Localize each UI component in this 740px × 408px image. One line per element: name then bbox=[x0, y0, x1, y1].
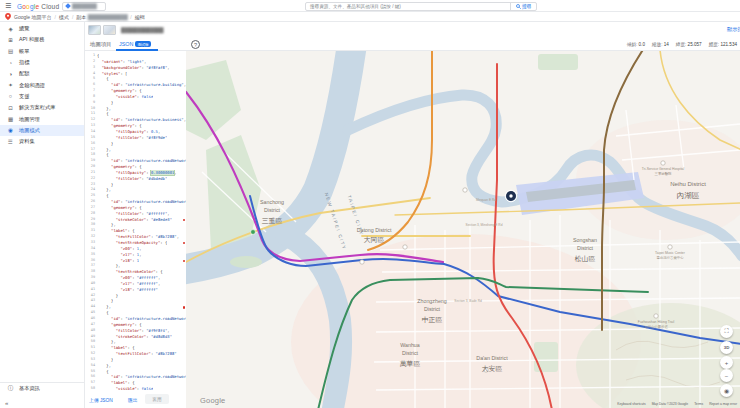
map-attribution: Keyboard shortcuts Map Data ©2023 Google… bbox=[617, 402, 737, 406]
svg-text:Section 3, Bade Rd: Section 3, Bade Rd bbox=[454, 299, 482, 303]
sidebar-item-label: 資料集 bbox=[19, 138, 35, 145]
global-search[interactable]: 搜尋資源、文件、產品和其他項目 (請按 / 鍵) 搜尋 bbox=[305, 2, 537, 11]
solutions-library-icon: ⊡ bbox=[7, 105, 14, 111]
svg-text:Neihu District: Neihu District bbox=[670, 181, 706, 187]
breadcrumb-style-name[interactable]: 副本 █████████████ bbox=[76, 14, 127, 20]
google-maps-logo: Google bbox=[200, 396, 225, 405]
svg-text:Da'an District: Da'an District bbox=[476, 355, 508, 361]
sidebar-item-label: 配額 bbox=[19, 70, 29, 77]
sidebar-item-basic-info[interactable]: ⓘ 基本資訊 bbox=[0, 383, 84, 394]
park bbox=[538, 54, 578, 70]
svg-text:三軍總醫院: 三軍總醫院 bbox=[655, 171, 673, 176]
sidebar-item-support[interactable]: ○支援 bbox=[0, 91, 84, 102]
svg-text:Section 3, Minsheng E Rd: Section 3, Minsheng E Rd bbox=[466, 223, 503, 227]
tab-map-features[interactable]: 地圖項目 bbox=[90, 41, 112, 48]
breadcrumb-maps-platform[interactable]: Google 地圖平台 bbox=[14, 14, 52, 20]
svg-text:Songshan: Songshan bbox=[573, 237, 597, 243]
svg-text:District: District bbox=[402, 350, 419, 356]
beta-badge: 測試版 bbox=[135, 41, 150, 47]
svg-text:萬華區: 萬華區 bbox=[400, 360, 421, 367]
tab-json[interactable]: JSON 測試版 bbox=[119, 41, 151, 47]
search-button[interactable]: 搜尋 bbox=[510, 3, 536, 10]
svg-text:Sanchong: Sanchong bbox=[260, 199, 284, 205]
info-icon: ⓘ bbox=[7, 385, 14, 392]
sidebar-item-label: API 和服務 bbox=[19, 36, 44, 43]
map-styles-icon: ◉ bbox=[7, 127, 14, 133]
svg-text:Wanhua: Wanhua bbox=[400, 342, 420, 348]
sidebar-item-label: 地圖管理 bbox=[19, 116, 40, 123]
datasets-icon: ☰ bbox=[7, 139, 14, 145]
sidebar-item-datasets[interactable]: ☰資料集 bbox=[0, 136, 84, 147]
svg-text:大同區: 大同區 bbox=[364, 236, 385, 243]
error-marker-icon bbox=[183, 306, 185, 308]
svg-text:福州山公園步道: 福州山公園步道 bbox=[644, 325, 668, 329]
sidebar-item-keys-credentials[interactable]: ✦金鑰和憑證 bbox=[0, 79, 84, 90]
error-marker-icon bbox=[183, 219, 185, 221]
collapse-nav-icon[interactable]: « bbox=[5, 400, 8, 406]
style-header: █████████████ bbox=[85, 22, 740, 38]
overview-icon: ◈ bbox=[7, 26, 14, 32]
map-management-icon: ▦ bbox=[7, 116, 14, 122]
sidebar-item-apis-services[interactable]: ⊞API 和服務 bbox=[0, 34, 84, 45]
style-thumbnail bbox=[103, 25, 116, 35]
style-name-redacted: █████████████ bbox=[121, 27, 163, 33]
project-selector[interactable]: ████████ bbox=[62, 2, 106, 11]
sidebar-item-metrics[interactable]: ◔指標 bbox=[0, 57, 84, 68]
terms-link[interactable]: Terms bbox=[694, 402, 703, 406]
search-placeholder: 搜尋資源、文件、產品和其他項目 (請按 / 鍵) bbox=[306, 4, 510, 9]
svg-text:Minquan E Rd: Minquan E Rd bbox=[476, 198, 496, 202]
svg-text:Tri-Service General Hospital: Tri-Service General Hospital bbox=[642, 167, 685, 171]
search-icon bbox=[516, 4, 521, 9]
3d-control[interactable]: 3D bbox=[720, 341, 733, 354]
svg-text:松山區: 松山區 bbox=[575, 255, 596, 262]
project-icon bbox=[65, 3, 71, 9]
breadcrumb-edit: 編輯 bbox=[135, 14, 145, 20]
map-status-readout: 傾斜: 0.0 縮放: 14 緯度: 25.057 經度: 121.534 bbox=[627, 42, 737, 47]
svg-text:三重區: 三重區 bbox=[262, 217, 283, 224]
style-thumbnail bbox=[88, 25, 101, 35]
svg-text:中正區: 中正區 bbox=[422, 316, 443, 323]
map-preview[interactable]: NEW TAIPEI CITY TAIPEI CITY Sanchong Dis… bbox=[186, 50, 740, 408]
selected-feature-marker[interactable] bbox=[505, 190, 517, 202]
sidebar-item-solutions-library[interactable]: ⊡解決方案程式庫 bbox=[0, 102, 84, 113]
help-icon[interactable]: ? bbox=[191, 40, 200, 49]
left-navigation: ◈總覽⊞API 和服務▤帳單◔指標◑配額✦金鑰和憑證○支援⊡解決方案程式庫▦地圖… bbox=[0, 22, 85, 408]
keyboard-shortcuts-link[interactable]: Keyboard shortcuts bbox=[617, 402, 645, 406]
svg-text:District: District bbox=[424, 306, 441, 312]
keys-credentials-icon: ✦ bbox=[7, 82, 14, 88]
compass-control[interactable]: ◉ bbox=[720, 384, 733, 397]
breadcrumb: Google 地圖平台 / 樣式 / 副本 █████████████ / 編輯 bbox=[0, 12, 740, 22]
map-data-credit: Map Data ©2023 Google bbox=[652, 402, 689, 406]
support-icon: ○ bbox=[7, 93, 14, 99]
sidebar-item-label: 帳單 bbox=[19, 48, 29, 55]
sidebar-item-label: 解決方案程式庫 bbox=[19, 104, 55, 111]
error-marker-icon bbox=[183, 260, 185, 262]
report-error-link[interactable]: Report a map error bbox=[709, 402, 737, 406]
zoom-in-control[interactable]: + bbox=[720, 356, 733, 369]
svg-text:臺北流行音樂中心: 臺北流行音樂中心 bbox=[656, 255, 684, 260]
sidebar-item-map-management[interactable]: ▦地圖管理 bbox=[0, 113, 84, 124]
breadcrumb-styles[interactable]: 樣式 bbox=[59, 14, 69, 20]
svg-text:District: District bbox=[577, 245, 594, 251]
apply-button[interactable]: 套用 bbox=[145, 394, 169, 404]
hamburger-menu-icon[interactable]: ☰ bbox=[5, 2, 11, 10]
svg-text:Fuzhoushan Hiking Trail: Fuzhoushan Hiking Trail bbox=[638, 320, 675, 324]
zoom-out-control[interactable]: − bbox=[720, 369, 733, 382]
sidebar-item-label: 指標 bbox=[19, 59, 29, 66]
export-button[interactable]: 匯出 bbox=[128, 397, 138, 403]
active-tab-underline bbox=[116, 49, 158, 51]
sidebar-item-billing[interactable]: ▤帳單 bbox=[0, 46, 84, 57]
fullscreen-control[interactable]: ⛶ bbox=[720, 325, 733, 338]
sidebar-item-overview[interactable]: ◈總覽 bbox=[0, 23, 84, 34]
svg-text:District: District bbox=[264, 207, 281, 213]
show-guide-link[interactable]: 顯示指南 bbox=[727, 26, 740, 33]
sidebar-item-quotas[interactable]: ◑配額 bbox=[0, 68, 84, 79]
sidebar-item-map-styles[interactable]: ◉地圖樣式 bbox=[0, 125, 84, 136]
upload-json-button[interactable]: 上傳 JSON bbox=[89, 397, 113, 403]
svg-text:內湖區: 內湖區 bbox=[677, 191, 700, 200]
top-app-bar: ☰ GoogleCloud ████████ 搜尋資源、文件、產品和其他項目 (… bbox=[0, 0, 740, 12]
quotas-icon: ◑ bbox=[7, 71, 14, 77]
sidebar-item-label: 支援 bbox=[19, 93, 29, 100]
json-style-editor[interactable]: 1{2 "variant": "light",3 "backgroundColo… bbox=[85, 53, 186, 392]
sidebar-item-label: 金鑰和憑證 bbox=[19, 82, 45, 89]
